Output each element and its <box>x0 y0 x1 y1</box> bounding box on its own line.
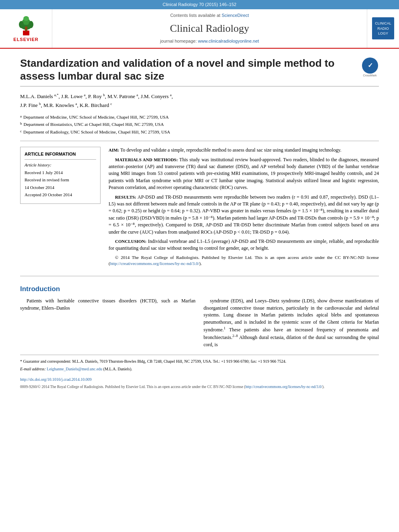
intro-left-col: Patients with heritable connective tissu… <box>20 298 195 351</box>
footnote-guarantor: * Guarantor and correspondent: M.L.A. Da… <box>20 358 379 364</box>
intro-left-para: Patients with heritable connective tissu… <box>20 298 195 312</box>
abstract-mm: MATERIALS AND METHODS: This study was in… <box>109 156 379 191</box>
results-text: AP-DSD and TR-DSD measurements were repr… <box>109 194 379 235</box>
footnote-email-author: (M.L.A. Daniels). <box>103 367 132 371</box>
intro-right-para: syndrome (EDS), and Loeys–Dietz syndrome… <box>204 298 379 348</box>
footnote-email-label: E-mail address: <box>20 367 47 371</box>
footnote-section: * Guarantor and correspondent: M.L.A. Da… <box>20 355 379 372</box>
doi-link-area: http://dx.doi.org/10.1016/j.crad.2014.10… <box>20 377 379 382</box>
svg-point-5 <box>29 21 33 28</box>
introduction-section: Introduction Patients with heritable con… <box>20 282 379 351</box>
article-info-box: ARTICLE INFORMATION Article history: Rec… <box>20 147 101 203</box>
article-title-section: Standardization and validation of a nove… <box>20 57 379 86</box>
article-info-title: ARTICLE INFORMATION <box>25 151 96 159</box>
journal-logo-box: CLINICAL RADIO LOGY <box>372 17 394 39</box>
abstract-results: RESULTS: AP-DSD and TR-DSD measurements … <box>109 194 379 236</box>
info-abstract-section: ARTICLE INFORMATION Article history: Rec… <box>20 147 379 269</box>
revised-date: 14 October 2014 <box>25 185 96 191</box>
abstract-column: AIM: To develop and validate a simple, r… <box>109 147 379 269</box>
section-divider <box>20 276 379 276</box>
journal-name-area: Contents lists available at ScienceDirec… <box>52 9 367 47</box>
footnote-guarantor-text: Guarantor and correspondent: M.L.A. Dani… <box>23 359 286 364</box>
results-label: RESULTS: <box>115 195 136 199</box>
elsevier-text: ELSEVIER <box>13 37 38 43</box>
footnote-star: * <box>20 359 23 364</box>
copyright-link[interactable]: http://creativecommons.org/licenses/by-n… <box>110 261 200 266</box>
svg-rect-6 <box>25 27 27 31</box>
svg-text:✓: ✓ <box>367 62 372 69</box>
aim-text: To develop and validate a simple, reprod… <box>120 147 341 153</box>
journal-citation: Clinical Radiology 70 (2015) 146–152 <box>162 2 236 7</box>
elsevier-tree-icon <box>14 14 38 37</box>
homepage-link[interactable]: www.clinicalradiologyonline.net <box>198 39 259 43</box>
elsevier-logo-area: ELSEVIER <box>0 9 52 47</box>
abstract-copyright: © 2014 The Royal College of Radiologists… <box>109 255 379 267</box>
svg-point-4 <box>19 21 24 28</box>
affiliation-b: b Department of Biostatistics, UNC at Ch… <box>20 121 379 128</box>
crossmark-label: CrossMark <box>363 74 377 78</box>
conclusion-label: CONCLUSION: <box>115 239 146 244</box>
aim-label: AIM: <box>109 148 119 152</box>
elsevier-logo: ELSEVIER <box>13 14 38 43</box>
abstract-aim: AIM: To develop and validate a simple, r… <box>109 147 379 154</box>
crossmark-badge[interactable]: ✓ CrossMark <box>361 59 379 77</box>
journal-header: ELSEVIER Contents lists available at Sci… <box>0 9 399 48</box>
article-info-column: ARTICLE INFORMATION Article history: Rec… <box>20 147 101 269</box>
footnote-email: E-mail address: Leighanne_Daniels@med.un… <box>20 366 379 372</box>
footnote-email-link[interactable]: Leighanne_Daniels@med.unc.edu <box>47 367 102 371</box>
journal-logo-text: CLINICAL RADIO LOGY <box>375 21 391 36</box>
sciencedirect-link[interactable]: ScienceDirect <box>222 13 249 18</box>
journal-title: Clinical Radiology <box>170 21 249 36</box>
received-revised-label: Received in revised form <box>25 177 96 183</box>
affiliation-c: c Department of Radiology, UNC School of… <box>20 129 379 136</box>
abstract-conclusion: CONCLUSION: Individual vertebrae and L1–… <box>109 238 379 252</box>
doi-link[interactable]: http://dx.doi.org/10.1016/j.crad.2014.10… <box>20 377 92 382</box>
bottom-license-link[interactable]: http://creativecommons.org/licenses/by-n… <box>245 385 322 389</box>
intro-right-col: syndrome (EDS), and Loeys–Dietz syndrome… <box>204 298 379 351</box>
svg-point-3 <box>23 16 29 21</box>
bottom-copyright: 0009-9260/© 2014 The Royal College of Ra… <box>20 384 379 390</box>
journal-logo-area: CLINICAL RADIO LOGY <box>367 9 399 47</box>
received-date: Received 1 July 2014 <box>25 170 96 176</box>
mm-label: MATERIALS AND METHODS: <box>115 157 178 162</box>
journal-homepage-line: journal homepage: www.clinicalradiologyo… <box>160 38 259 44</box>
authors-section: M.L.A. Daniels a,*, J.R. Lowe a, P. Roy … <box>20 92 379 110</box>
conclusion-text: Individual vertebrae and L1–L5 (average)… <box>109 238 379 251</box>
journal-citation-bar: Clinical Radiology 70 (2015) 146–152 <box>0 0 399 9</box>
sciencedirect-line: Contents lists available at ScienceDirec… <box>170 12 249 18</box>
affiliations-section: a Department of Medicine, UNC School of … <box>20 114 379 142</box>
affiliation-a: a Department of Medicine, UNC School of … <box>20 114 379 121</box>
history-label: Article history: <box>25 162 96 168</box>
introduction-columns: Patients with heritable connective tissu… <box>20 298 379 351</box>
crossmark-icon: ✓ <box>362 58 378 74</box>
accepted-date: Accepted 20 October 2014 <box>25 192 96 198</box>
main-content: Standardization and validation of a nove… <box>0 49 399 396</box>
abstract-text: AIM: To develop and validate a simple, r… <box>109 147 379 267</box>
introduction-heading: Introduction <box>20 284 379 294</box>
article-title: Standardization and validation of a nove… <box>20 57 361 83</box>
